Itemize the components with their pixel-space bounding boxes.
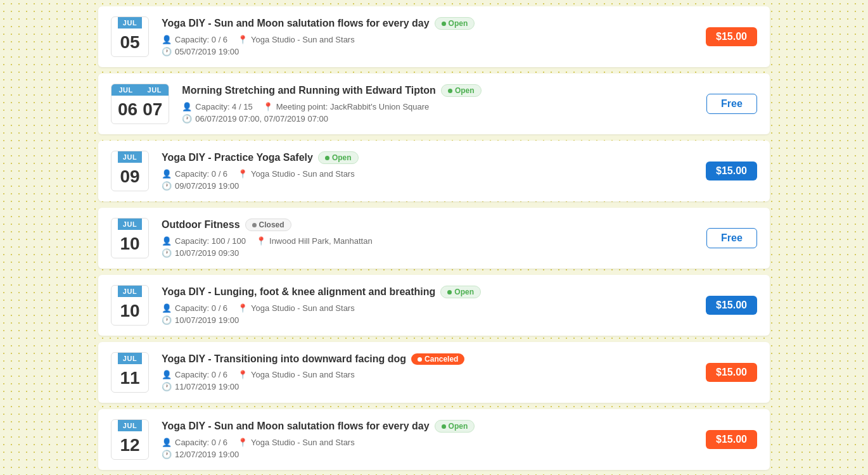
price-container: $15.00 xyxy=(706,27,757,46)
clock-icon: 🕐 xyxy=(162,181,172,191)
event-content: Morning Stretching and Running with Edwa… xyxy=(182,84,694,124)
event-meta: 👤 Capacity: 0 / 6 📍 Yoga Studio - Sun an… xyxy=(162,169,693,179)
price-container: Free xyxy=(706,94,757,114)
event-card[interactable]: JUL 05 Yoga DIY - Sun and Moon salutatio… xyxy=(98,6,770,67)
date-month: JUL xyxy=(118,218,142,230)
date-day: 09 xyxy=(112,163,147,191)
capacity-item: 👤 Capacity: 0 / 6 xyxy=(162,169,227,179)
price-badge: $15.00 xyxy=(706,162,757,180)
location-text: Yoga Studio - Sun and Stars xyxy=(251,303,355,313)
price-container: $15.00 xyxy=(706,296,757,315)
datetime-text: 06/07/2019 07:00, 07/07/2019 07:00 xyxy=(195,114,328,124)
event-content: Yoga DIY - Transitioning into downward f… xyxy=(162,353,693,391)
datetime-text: 09/07/2019 19:00 xyxy=(175,181,239,191)
event-title: Yoga DIY - Practice Yoga Safely xyxy=(162,152,313,163)
event-title-row: Morning Stretching and Running with Edwa… xyxy=(182,84,694,97)
location-icon: 📍 xyxy=(238,438,248,447)
status-badge: Open xyxy=(435,420,475,433)
datetime-text: 05/07/2019 19:00 xyxy=(175,47,239,56)
clock-icon: 🕐 xyxy=(162,450,172,459)
capacity-item: 👤 Capacity: 0 / 6 xyxy=(162,438,227,447)
date-day: 12 xyxy=(112,431,147,459)
person-icon: 👤 xyxy=(162,303,172,313)
event-title-row: Yoga DIY - Lunging, foot & knee alignmen… xyxy=(162,286,693,298)
date-month: JUL xyxy=(118,17,142,28)
date-month2: JUL xyxy=(140,84,169,96)
status-badge: Canceled xyxy=(411,353,464,365)
clock-icon: 🕐 xyxy=(182,114,192,124)
event-content: Yoga DIY - Sun and Moon salutation flows… xyxy=(162,17,693,56)
location-item: 📍 Yoga Studio - Sun and Stars xyxy=(238,438,355,447)
event-meta: 👤 Capacity: 0 / 6 📍 Yoga Studio - Sun an… xyxy=(162,303,693,313)
event-datetime: 🕐 10/07/2019 09:30 xyxy=(162,248,694,258)
capacity-text: Capacity: 0 / 6 xyxy=(175,370,227,379)
clock-icon: 🕐 xyxy=(162,315,172,325)
event-datetime: 🕐 10/07/2019 19:00 xyxy=(162,315,693,325)
event-title-row: Yoga DIY - Sun and Moon salutation flows… xyxy=(162,420,693,433)
location-icon: 📍 xyxy=(256,236,266,246)
event-title: Yoga DIY - Lunging, foot & knee alignmen… xyxy=(162,286,435,298)
event-title: Outdoor Fitness xyxy=(162,219,240,231)
status-badge: Open xyxy=(318,151,359,164)
location-icon: 📍 xyxy=(238,303,248,313)
event-meta: 👤 Capacity: 0 / 6 📍 Yoga Studio - Sun an… xyxy=(162,438,693,447)
price-badge: $15.00 xyxy=(706,430,757,449)
date-day: 06 xyxy=(118,99,137,120)
person-icon: 👤 xyxy=(162,370,172,379)
event-datetime: 🕐 11/07/2019 19:00 xyxy=(162,382,693,391)
event-card[interactable]: JUL JUL 06 07 Morning Stretching and Run… xyxy=(98,73,770,134)
price-badge: $15.00 xyxy=(706,27,757,46)
event-content: Outdoor Fitness Closed 👤 Capacity: 100 /… xyxy=(162,218,694,258)
clock-icon: 🕐 xyxy=(162,248,172,258)
event-title-row: Yoga DIY - Transitioning into downward f… xyxy=(162,353,693,365)
event-card[interactable]: JUL 09 Yoga DIY - Practice Yoga Safely O… xyxy=(98,141,770,201)
event-card[interactable]: JUL 10 Yoga DIY - Lunging, foot & knee a… xyxy=(98,275,770,336)
location-icon: 📍 xyxy=(238,169,248,179)
capacity-text: Capacity: 0 / 6 xyxy=(175,35,227,44)
date-month: JUL xyxy=(118,286,142,297)
event-card[interactable]: JUL 11 Yoga DIY - Transitioning into dow… xyxy=(98,342,770,403)
capacity-text: Capacity: 100 / 100 xyxy=(175,236,246,246)
event-datetime: 🕐 05/07/2019 19:00 xyxy=(162,47,693,56)
event-datetime: 🕐 09/07/2019 19:00 xyxy=(162,181,693,191)
location-text: Inwood Hill Park, Manhattan xyxy=(269,236,373,246)
person-icon: 👤 xyxy=(162,236,172,246)
location-text: Yoga Studio - Sun and Stars xyxy=(251,370,355,379)
capacity-item: 👤 Capacity: 4 / 15 xyxy=(182,102,252,111)
events-list: JUL 05 Yoga DIY - Sun and Moon salutatio… xyxy=(86,0,782,475)
price-container: $15.00 xyxy=(706,162,757,180)
datetime-text: 11/07/2019 19:00 xyxy=(175,382,239,391)
status-badge: Open xyxy=(440,286,481,298)
capacity-text: Capacity: 0 / 6 xyxy=(175,438,227,447)
price-container: $15.00 xyxy=(706,363,757,382)
location-item: 📍 Yoga Studio - Sun and Stars xyxy=(238,370,355,379)
location-icon: 📍 xyxy=(238,35,248,44)
status-badge: Open xyxy=(441,84,482,97)
capacity-item: 👤 Capacity: 0 / 6 xyxy=(162,35,227,44)
event-meta: 👤 Capacity: 4 / 15 📍 Meeting point: Jack… xyxy=(182,102,694,111)
event-meta: 👤 Capacity: 100 / 100 📍 Inwood Hill Park… xyxy=(162,236,694,246)
event-title: Yoga DIY - Transitioning into downward f… xyxy=(162,353,406,365)
event-meta: 👤 Capacity: 0 / 6 📍 Yoga Studio - Sun an… xyxy=(162,35,693,44)
event-card[interactable]: JUL 10 Outdoor Fitness Closed 👤 Capacity… xyxy=(98,208,770,269)
status-badge: Closed xyxy=(245,218,291,231)
event-content: Yoga DIY - Sun and Moon salutation flows… xyxy=(162,420,693,459)
datetime-text: 12/07/2019 19:00 xyxy=(175,450,239,459)
price-container: $15.00 xyxy=(706,430,757,449)
location-item: 📍 Inwood Hill Park, Manhattan xyxy=(256,236,373,246)
date-day2: 07 xyxy=(143,99,162,120)
event-title: Morning Stretching and Running with Edwa… xyxy=(182,85,436,96)
location-item: 📍 Meeting point: JackRabbit's Union Squa… xyxy=(263,102,430,111)
location-text: Yoga Studio - Sun and Stars xyxy=(251,169,355,179)
event-card[interactable]: JUL 12 Yoga DIY - Sun and Moon salutatio… xyxy=(98,409,770,470)
clock-icon: 🕐 xyxy=(162,47,172,56)
date-month: JUL xyxy=(118,151,142,163)
event-meta: 👤 Capacity: 0 / 6 📍 Yoga Studio - Sun an… xyxy=(162,370,693,379)
event-title-row: Yoga DIY - Practice Yoga Safely Open xyxy=(162,151,693,164)
location-text: Yoga Studio - Sun and Stars xyxy=(251,438,355,447)
capacity-item: 👤 Capacity: 0 / 6 xyxy=(162,370,227,379)
date-badge: JUL 12 xyxy=(111,419,149,460)
location-item: 📍 Yoga Studio - Sun and Stars xyxy=(238,303,355,313)
event-title: Yoga DIY - Sun and Moon salutation flows… xyxy=(162,421,430,432)
location-text: Yoga Studio - Sun and Stars xyxy=(251,35,355,44)
